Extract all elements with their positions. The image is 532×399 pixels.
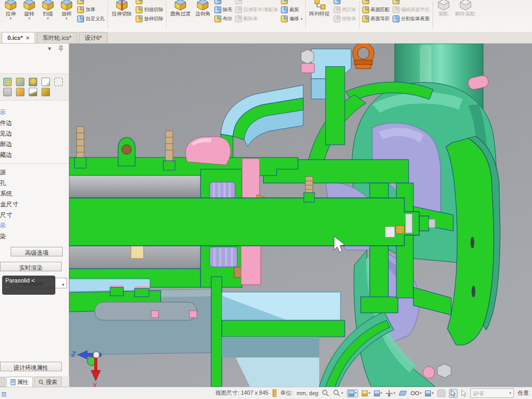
- document-tab-design6[interactable]: 设计6*: [79, 32, 107, 43]
- display-options-tree: 显示 零件边 可见边 轮廓边 隐藏边 光源 开孔 坐标系统 包围盒尺寸 轮廓尺寸…: [0, 107, 69, 242]
- shaft-upper-bore[interactable]: [69, 176, 201, 198]
- lifting-eye[interactable]: [118, 138, 135, 167]
- shield-medal-icon[interactable]: [29, 78, 37, 86]
- surface-offset-icon: [362, 15, 369, 22]
- axis-triad-icon[interactable]: [29, 88, 37, 96]
- zoom-options-icon[interactable]: ▾: [333, 389, 343, 397]
- seal-cover-pink[interactable]: [186, 137, 231, 165]
- tab-properties[interactable]: 属性: [6, 377, 33, 387]
- pattern-feature-button[interactable]: 阵列特征: [309, 0, 331, 16]
- frame-icon[interactable]: [54, 78, 63, 86]
- delete-body-button: 删除体: [235, 14, 279, 23]
- fit-view-icon[interactable]: ▾: [347, 389, 359, 397]
- extrude-button[interactable]: 拉伸▾: [3, 0, 19, 20]
- view-cube-icon[interactable]: ▾: [425, 390, 434, 396]
- selection-filter-dropdown[interactable]: 缺省▾: [470, 388, 514, 398]
- extrude-cut-button[interactable]: 拉伸切除: [111, 0, 133, 16]
- tree-item[interactable]: 坐标系统: [0, 188, 69, 199]
- bracket-bolt[interactable]: [301, 49, 314, 73]
- sweep-button[interactable]: 扫描▾: [40, 0, 56, 20]
- collapse-chevron-icon[interactable]: ▾: [48, 45, 51, 52]
- tree-item[interactable]: 显示: [0, 220, 69, 231]
- options-box-icon[interactable]: [16, 88, 24, 96]
- design-environment-properties-button[interactable]: 设计环境属性: [0, 362, 62, 371]
- clipped-ribbon-item[interactable]: [334, 0, 356, 5]
- select-cursor-icon[interactable]: [449, 389, 458, 398]
- ribbon-group-cut: 拉伸切除 扫描切除 放样切除: [108, 0, 166, 32]
- bearing-lower[interactable]: [201, 243, 246, 287]
- oil-pocket[interactable]: [95, 302, 197, 320]
- close-icon[interactable]: ×: [26, 35, 29, 41]
- edit-sheet-icon[interactable]: [41, 78, 50, 86]
- chevron-down-icon: ▾: [301, 17, 303, 21]
- offset-button[interactable]: 偏移▾: [281, 14, 303, 23]
- calculator-icon[interactable]: [3, 88, 12, 96]
- boolean-button[interactable]: 布尔: [214, 14, 232, 23]
- custom-hole-button[interactable]: 自定义孔: [77, 14, 105, 23]
- realtime-render-button[interactable]: 实时渲染: [0, 262, 62, 271]
- disassemble-button: 解除装配: [454, 0, 477, 16]
- tree-item[interactable]: 轮廓边: [0, 139, 69, 149]
- revolve-button[interactable]: 旋转▾: [21, 0, 37, 20]
- clipped-ribbon-item[interactable]: [136, 0, 163, 5]
- shell-button[interactable]: 抽壳: [214, 5, 232, 14]
- tree-item[interactable]: 显示: [0, 107, 69, 118]
- sweep-cut-icon: [136, 6, 143, 13]
- part-box-icon[interactable]: [41, 88, 50, 96]
- move-view-icon[interactable]: ▾: [386, 390, 395, 397]
- tab-search[interactable]: 搜索: [34, 377, 62, 387]
- center-stud[interactable]: [304, 177, 314, 202]
- tree-item[interactable]: 开孔: [0, 178, 69, 188]
- clipped-tab[interactable]: [0, 377, 5, 387]
- split-solid-surface-button[interactable]: 分割实体表面: [393, 14, 430, 23]
- status-link-fragment[interactable]: m: [2, 390, 9, 396]
- chamfer-button[interactable]: 边倒角: [194, 0, 212, 16]
- kernel-tooltip: Parasolid < ...: [2, 276, 55, 295]
- display-mode-icon[interactable]: ▾: [374, 390, 383, 396]
- tree-item[interactable]: 可见边: [0, 128, 69, 139]
- surface-match-button[interactable]: 表面匹配: [362, 5, 390, 14]
- loft-button[interactable]: 放样▾: [59, 0, 74, 20]
- trim-button[interactable]: 裁剪: [281, 5, 303, 14]
- material-icon[interactable]: [16, 78, 24, 86]
- thicken-button[interactable]: 加厚: [77, 5, 105, 14]
- cursor-icon[interactable]: [461, 390, 467, 397]
- tree-item[interactable]: 渲染: [0, 231, 69, 242]
- casing-top-rail[interactable]: [69, 157, 298, 176]
- clipped-ribbon-item[interactable]: [77, 0, 105, 5]
- pump-base[interactable]: [69, 279, 211, 355]
- pump-shaft[interactable]: [69, 198, 435, 246]
- thicken-icon: [77, 6, 84, 13]
- bearing-upper[interactable]: [201, 169, 242, 202]
- tree-item[interactable]: 轮廓尺寸: [0, 210, 69, 220]
- tree-item[interactable]: 光源: [0, 167, 69, 178]
- clipped-ribbon-item[interactable]: [362, 0, 390, 5]
- clipped-ribbon-item[interactable]: [393, 0, 430, 5]
- loft-cut-button[interactable]: 放样切除: [136, 14, 163, 23]
- clipped-ribbon-item[interactable]: [281, 0, 303, 5]
- any-filter-label[interactable]: 任意: [518, 389, 529, 397]
- clipped-ribbon-item[interactable]: [214, 0, 232, 5]
- render-style-icon[interactable]: [3, 78, 12, 86]
- pin-icon[interactable]: [59, 45, 63, 52]
- plane-icon[interactable]: [399, 390, 407, 396]
- advanced-options-button[interactable]: 高级选项: [11, 247, 63, 256]
- ribbon-group-surface: 表面匹配 表面等距 编辑表面半径 分割实体表面: [360, 0, 433, 32]
- document-tab-impeller[interactable]: 泵叶轮.ics*: [37, 32, 77, 43]
- triad-z-label: Z: [71, 350, 76, 358]
- surface-offset-button[interactable]: 表面等距: [362, 14, 390, 23]
- kernel-type-row: Parasolid ▾ Parasolid < ...: [0, 276, 69, 297]
- zoom-in-icon[interactable]: [322, 389, 329, 397]
- perspective-icon[interactable]: ▾: [411, 390, 422, 396]
- base-rib[interactable]: [211, 277, 222, 387]
- clipped-ribbon-item[interactable]: [235, 0, 279, 5]
- sweep-cut-button[interactable]: 扫描切除: [136, 5, 163, 14]
- document-tab-active[interactable]: 0.ics* ×: [2, 32, 35, 43]
- tree-item[interactable]: 零件边: [0, 118, 69, 128]
- viewport-3d[interactable]: Z X: [69, 44, 532, 387]
- tool-icon: [235, 0, 242, 4]
- tree-item[interactable]: 隐藏边: [0, 149, 69, 160]
- fillet-button[interactable]: 圆角过渡: [169, 0, 192, 16]
- shade-mode-icon[interactable]: ▾: [362, 390, 370, 396]
- tree-item[interactable]: 包围盒尺寸: [0, 199, 69, 210]
